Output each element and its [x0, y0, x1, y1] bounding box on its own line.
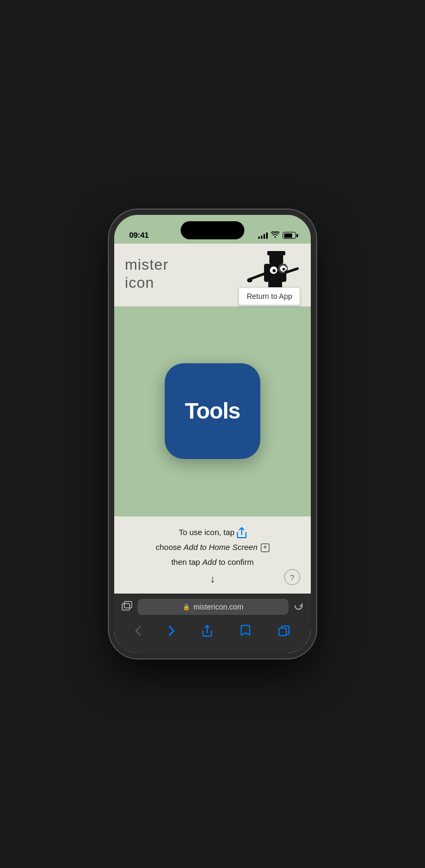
add-to-homescreen-icon: + [261, 544, 269, 552]
phone-frame: 09:41 mister icon [109, 210, 316, 658]
status-time: 09:41 [129, 230, 149, 239]
svg-point-6 [283, 268, 285, 271]
tabs-nav-button[interactable] [273, 623, 295, 642]
svg-point-9 [247, 278, 252, 282]
mascot-area: Return to App [247, 250, 300, 298]
app-header: mister icon [114, 244, 311, 306]
battery-icon [283, 232, 296, 239]
svg-line-8 [250, 274, 264, 279]
instruction-line3: then tap Add to confirm [171, 556, 253, 569]
instructions-section: To use icon, tap choose Add to Home Scre… [114, 516, 311, 594]
brand-name: mister icon [125, 256, 168, 291]
refresh-button[interactable] [294, 601, 303, 613]
svg-line-10 [286, 269, 298, 272]
svg-rect-14 [122, 604, 130, 610]
forward-button[interactable] [163, 623, 180, 641]
svg-rect-1 [269, 253, 283, 264]
status-icons [258, 231, 296, 239]
return-to-app-button[interactable]: Return to App [239, 287, 300, 305]
instruction-line2: choose Add to Home Screen + [156, 541, 269, 554]
tools-app-icon: Tools [165, 363, 260, 459]
tools-label: Tools [185, 398, 240, 424]
down-arrow-icon: ↓ [210, 573, 215, 585]
lock-icon: 🔒 [183, 604, 190, 611]
url-text: mistericon.com [193, 603, 243, 611]
instruction-line1: To use icon, tap [178, 526, 246, 539]
wifi-icon [271, 231, 279, 239]
browser-nav-bar [114, 619, 311, 653]
tabs-button[interactable] [122, 601, 132, 613]
share-nav-button[interactable] [197, 622, 218, 642]
bookmarks-button[interactable] [234, 622, 257, 642]
svg-rect-16 [279, 628, 286, 636]
instructions-text: To use icon, tap choose Add to Home Scre… [114, 516, 311, 594]
signal-icon [258, 232, 268, 239]
url-bar[interactable]: 🔒 mistericon.com [138, 599, 288, 615]
svg-rect-15 [124, 602, 132, 608]
help-button[interactable]: ? [284, 569, 300, 585]
dynamic-island [181, 221, 244, 239]
svg-point-5 [273, 269, 276, 272]
main-content-area: Tools [114, 306, 311, 516]
back-button[interactable] [130, 623, 147, 641]
share-icon [237, 527, 246, 539]
browser-url-bar-area: 🔒 mistericon.com [114, 594, 311, 619]
